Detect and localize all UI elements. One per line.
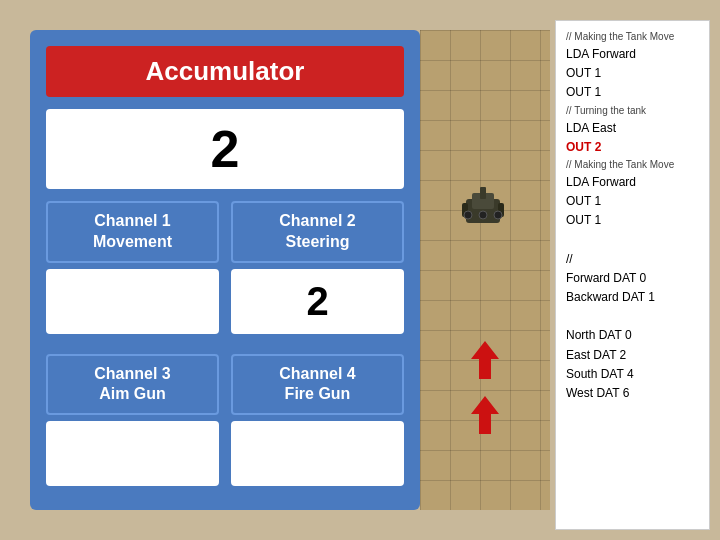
line-14: Backward DAT 1 <box>566 288 699 307</box>
line-5: // Turning the tank <box>566 103 699 119</box>
channel-3-label: Channel 3Aim Gun <box>46 354 219 416</box>
line-9: LDA Forward <box>566 173 699 192</box>
right-panel: // Making the Tank Move LDA Forward OUT … <box>555 20 710 530</box>
svg-marker-8 <box>471 341 499 379</box>
channel-3-value <box>46 421 219 486</box>
channel-3-block: Channel 3Aim Gun <box>46 354 219 495</box>
line-7: OUT 2 <box>566 138 699 157</box>
line-4: OUT 1 <box>566 83 699 102</box>
channel-1-block: Channel 1Movement <box>46 201 219 342</box>
accumulator-value: 2 <box>46 109 404 189</box>
line-3: OUT 1 <box>566 64 699 83</box>
line-8: // Making the Tank Move <box>566 157 699 173</box>
line-16: East DAT 2 <box>566 346 699 365</box>
line-17: South DAT 4 <box>566 365 699 384</box>
arrow-up-1 <box>470 340 500 380</box>
svg-point-7 <box>494 211 502 219</box>
line-2: LDA Forward <box>566 45 699 64</box>
line-11: OUT 1 <box>566 211 699 230</box>
map-area <box>420 30 550 510</box>
channel-4-value <box>231 421 404 486</box>
channel-2-value: 2 <box>231 269 404 334</box>
channel-4-block: Channel 4Fire Gun <box>231 354 404 495</box>
channels-grid: Channel 1Movement Channel 2Steering 2 Ch… <box>46 201 404 494</box>
map-grid <box>420 30 550 510</box>
line-12: // <box>566 250 699 269</box>
line-15: North DAT 0 <box>566 326 699 345</box>
channel-4-label: Channel 4Fire Gun <box>231 354 404 416</box>
svg-rect-4 <box>480 187 486 199</box>
svg-marker-9 <box>471 396 499 434</box>
channel-1-value <box>46 269 219 334</box>
tank-icon <box>458 185 508 235</box>
arrow-up-2 <box>470 395 500 435</box>
svg-point-5 <box>464 211 472 219</box>
line-13: Forward DAT 0 <box>566 269 699 288</box>
channel-1-label: Channel 1Movement <box>46 201 219 263</box>
svg-point-6 <box>479 211 487 219</box>
accumulator-header: Accumulator <box>46 46 404 97</box>
line-18: West DAT 6 <box>566 384 699 403</box>
line-1: // Making the Tank Move <box>566 29 699 45</box>
channel-2-block: Channel 2Steering 2 <box>231 201 404 342</box>
left-panel: Accumulator 2 Channel 1Movement Channel … <box>30 30 420 510</box>
line-10: OUT 1 <box>566 192 699 211</box>
channel-2-label: Channel 2Steering <box>231 201 404 263</box>
line-6: LDA East <box>566 119 699 138</box>
